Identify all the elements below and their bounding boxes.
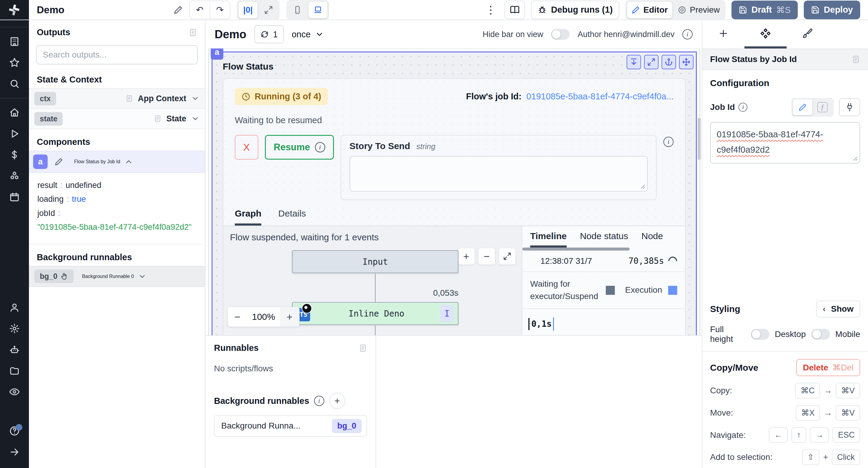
search-outputs-input[interactable] [36, 45, 198, 64]
preview-tab[interactable]: Preview [674, 1, 724, 19]
debug-runs-button[interactable]: Debug runs (1) [531, 1, 619, 19]
deploy-button[interactable]: Deploy [804, 1, 860, 19]
chevron-down-icon[interactable] [191, 114, 199, 123]
tab-node-truncated[interactable]: Node [641, 231, 663, 247]
docs-icon[interactable] [852, 55, 860, 64]
canvas-vscrollbar-thumb[interactable] [698, 118, 701, 160]
static-input-mode-button[interactable] [793, 99, 812, 115]
sidebar-item-workers[interactable] [0, 339, 29, 360]
tab-timeline[interactable]: Timeline [530, 231, 567, 247]
graph-zoom-out-button[interactable]: − [478, 248, 495, 265]
full-height-toggle[interactable] [751, 329, 770, 340]
fullwidth-layout-button[interactable] [259, 1, 278, 19]
component-tag[interactable]: a [211, 48, 223, 60]
hscroll-thumb[interactable] [522, 247, 629, 250]
refresh-count-button[interactable]: 1 [254, 25, 284, 43]
windmill-logo[interactable] [0, 0, 29, 20]
sidebar-item-runs[interactable] [0, 123, 29, 144]
mobile-view-button[interactable] [288, 1, 307, 19]
graph-fullscreen-button[interactable] [499, 248, 516, 265]
flow-status-component[interactable]: a [212, 52, 697, 335]
state-row[interactable]: state State [29, 109, 205, 129]
move-component-button[interactable] [679, 55, 693, 69]
device-toggle-group [286, 0, 329, 20]
sidebar-item-audit-logs[interactable] [0, 381, 29, 402]
sidebar-item-folders[interactable] [0, 360, 29, 381]
tab-component-settings[interactable] [744, 20, 786, 48]
sidebar-item-settings[interactable] [0, 318, 29, 339]
component-a-row[interactable]: a Flow Status by Job Id [29, 151, 205, 173]
hide-bar-toggle[interactable] [551, 29, 569, 40]
editor-tab[interactable]: Editor [627, 1, 673, 19]
add-background-runnable-button[interactable]: + [329, 393, 345, 409]
flow-graph-area[interactable]: Flow suspended, waiting for 1 events + − [223, 226, 522, 335]
prop-result[interactable]: result:undefined [37, 178, 196, 192]
tab-graph[interactable]: Graph [235, 208, 261, 226]
ctx-row[interactable]: ctx App Context [29, 88, 205, 109]
background-runnable-item[interactable]: Background Runna... bg_0 [214, 415, 367, 437]
zoom-in-button[interactable]: + [280, 307, 299, 327]
resume-flow-button[interactable]: Resume i [265, 135, 334, 160]
chevron-down-icon[interactable] [138, 272, 147, 281]
help-button[interactable] [0, 421, 29, 441]
info-icon[interactable]: i [682, 29, 692, 39]
sidebar-item-favorites[interactable] [0, 52, 29, 73]
component-actions [627, 55, 693, 69]
rail-divider [0, 27, 29, 27]
flow-node-inline-deno[interactable]: TS Inline Deno I [292, 302, 458, 325]
desktop-toggle[interactable] [811, 329, 830, 340]
info-icon[interactable]: i [663, 137, 674, 147]
tab-details[interactable]: Details [278, 208, 306, 226]
timeline-hscrollbar[interactable] [522, 247, 685, 250]
fill-height-button[interactable] [627, 55, 641, 69]
anchor-component-button[interactable] [661, 55, 676, 69]
sidebar-item-resources[interactable] [0, 165, 29, 187]
tab-node-status[interactable]: Node status [580, 231, 628, 247]
tab-insert-component[interactable] [702, 20, 744, 48]
redo-button[interactable]: ↷ [210, 1, 230, 19]
sidebar-item-users[interactable] [0, 297, 29, 318]
draft-button[interactable]: Draft ⌘S [732, 1, 798, 19]
prop-jobid[interactable]: jobId:"0191085e-5baa-81ef-4774-c9ef4f0a9… [37, 206, 196, 234]
sidebar-item-home[interactable] [0, 102, 29, 123]
job-id-textarea[interactable]: 0191085e-5baa-81ef-4774- c9ef4f0a92d2 [710, 122, 860, 164]
docs-icon[interactable] [359, 344, 367, 353]
resize-handle-icon[interactable] [851, 155, 858, 161]
zoom-out-button[interactable]: − [228, 307, 247, 327]
delete-component-button[interactable]: Delete ⌘Del [796, 359, 860, 376]
expand-component-button[interactable] [644, 55, 658, 69]
docs-button[interactable] [504, 1, 525, 19]
canvas-body[interactable]: a [206, 48, 702, 335]
prop-loading[interactable]: loading:true [37, 192, 196, 206]
sidebar-item-search[interactable] [0, 73, 29, 94]
more-menu-button[interactable]: ⋮ [483, 4, 498, 16]
expand-sidebar-button[interactable] [0, 441, 29, 463]
flow-node-input[interactable]: Input [292, 250, 458, 273]
chevron-down-icon[interactable] [191, 94, 199, 103]
center-layout-button[interactable]: |0| [239, 1, 258, 19]
sidebar-item-variables[interactable] [0, 144, 29, 165]
flow-job-id-link[interactable]: 0191085e-5baa-81ef-4774-c9ef4f0a... [526, 92, 674, 101]
story-textarea[interactable] [350, 156, 648, 192]
sidebar-item-schedules[interactable] [0, 187, 29, 207]
rename-app-button[interactable] [174, 5, 183, 14]
docs-icon[interactable] [189, 28, 197, 37]
edit-component-id-button[interactable] [52, 155, 66, 169]
show-styling-button[interactable]: ‹ Show [816, 301, 860, 317]
configuration-section: Configuration Job Id i ƒ [702, 70, 868, 298]
background-runnable-row[interactable]: bg_0 Background Runnable 0 [29, 266, 205, 287]
chevron-up-icon[interactable] [124, 158, 133, 166]
sidebar-item-workspace[interactable] [0, 31, 29, 52]
cancel-flow-button[interactable]: X [235, 135, 258, 160]
resize-handle-icon[interactable] [639, 182, 645, 189]
info-icon[interactable]: i [738, 103, 747, 112]
expression-input-mode-button[interactable]: ƒ [812, 99, 832, 115]
tab-styling[interactable] [786, 20, 829, 48]
undo-button[interactable]: ↶ [190, 1, 210, 19]
graph-zoom-in-button[interactable]: + [458, 248, 475, 265]
schedule-select[interactable]: once [292, 30, 324, 39]
info-icon[interactable]: i [314, 396, 324, 406]
connect-input-button[interactable] [839, 98, 860, 116]
desktop-view-button[interactable] [308, 1, 328, 19]
save-icon [811, 6, 819, 14]
